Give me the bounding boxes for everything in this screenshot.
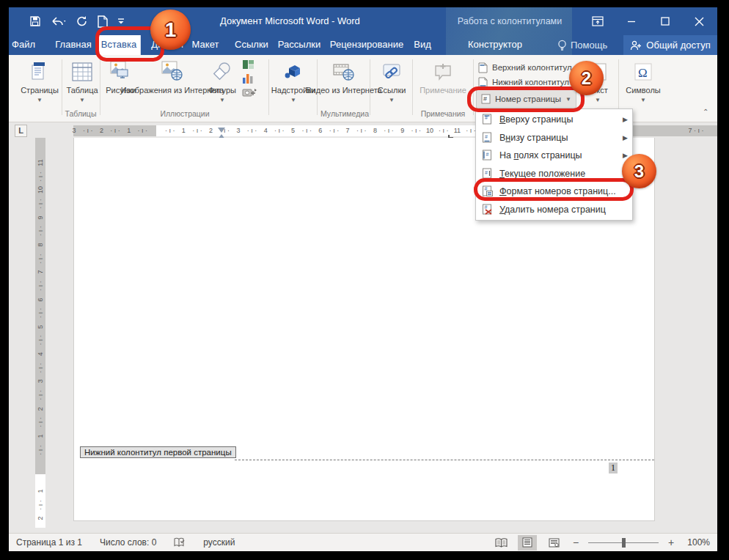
spellcheck-icon[interactable] <box>174 537 186 548</box>
tell-me-help[interactable]: Помощь <box>557 35 607 55</box>
pages-button[interactable]: Страницы ▼ <box>18 58 62 105</box>
collapse-ribbon-icon[interactable]: ⌃ <box>703 108 708 116</box>
tab-ссылки[interactable]: Ссылки <box>230 35 273 55</box>
close-icon[interactable] <box>682 7 716 35</box>
ruler-tick: 6 <box>318 125 322 136</box>
footer-region-tag: Нижний колонтитул первой страницы <box>80 446 236 458</box>
svg-text:#: # <box>485 170 488 175</box>
page-number-top-icon: # <box>482 114 493 125</box>
ruler-tick: · ı · <box>247 125 257 136</box>
ruler-tick: 3 <box>236 125 240 136</box>
links-button[interactable]: Ссылки ▼ <box>374 58 409 105</box>
step-1-badge: 1 <box>150 10 191 50</box>
ruler-tick: · ı · <box>329 125 340 136</box>
ruler-tick: 2 <box>35 513 45 523</box>
ruler-tick: · ı · <box>35 445 45 455</box>
word-count-status[interactable]: Число слов: 0 <box>100 537 156 548</box>
ruler-tick: 8 <box>35 240 45 250</box>
tab-вид[interactable]: Вид <box>409 35 436 55</box>
tab-макет[interactable]: Макет <box>188 35 224 55</box>
ruler-tick: · ı · <box>35 254 45 264</box>
comment-icon <box>433 58 453 81</box>
tab-конструктор[interactable]: Конструктор <box>464 35 527 55</box>
ruler-tick: 7 <box>35 267 45 277</box>
first-line-indent-marker[interactable] <box>218 128 225 133</box>
ruler-tick: · ı · <box>411 125 422 136</box>
menu-item-label: Внизу страницы <box>499 133 616 143</box>
menu-item-remove-page-numbers[interactable]: #Удалить номера страниц <box>476 201 632 219</box>
smartart-icon[interactable] <box>242 59 257 70</box>
screenshot-icon[interactable] <box>242 87 257 97</box>
menu-item-page-number-bottom[interactable]: #Внизу страницы▶ <box>476 129 632 147</box>
shapes-button[interactable]: Фигуры ▼ <box>205 58 239 105</box>
online-pictures-icon <box>161 58 183 81</box>
addins-icon <box>284 58 303 81</box>
ruler-tick: · ı · <box>83 125 93 136</box>
vertical-ruler[interactable]: 11· ı ·10· ı ·9· ı ·8· ı ·7· ı ·6· ı ·5·… <box>35 138 45 528</box>
ruler-tick: 2 <box>100 125 103 136</box>
symbols-button[interactable]: Ω Символы ▼ <box>625 58 662 105</box>
page-count-status[interactable]: Страница 1 из 1 <box>16 537 82 548</box>
comment-button[interactable]: Примечание <box>417 58 469 95</box>
svg-text:#: # <box>486 152 489 157</box>
menu-item-label: Вверху страницы <box>499 114 616 125</box>
customize-quick-access-icon[interactable] <box>117 17 125 26</box>
menu-item-label: Текущее положение <box>499 169 628 179</box>
ruler-tick: · ı · <box>35 281 45 291</box>
tab-selector-button[interactable]: L <box>15 125 27 137</box>
ruler-tick: 6 <box>35 295 45 305</box>
illustrations-mini-buttons <box>242 59 257 97</box>
header-icon <box>478 62 488 73</box>
ruler-tick: · ı · <box>35 226 45 236</box>
addins-button[interactable]: Надстройки ▼ <box>271 58 315 105</box>
ruler-tick: 1 <box>35 486 45 496</box>
menu-item-page-number-margin[interactable]: #На полях страницы▶ <box>476 147 632 165</box>
ruler-tick: · ı · <box>35 335 45 345</box>
ruler-tick: 4 <box>35 349 45 359</box>
share-button[interactable]: Общий доступ <box>623 35 717 55</box>
add-person-icon <box>630 40 642 51</box>
print-layout-view-button[interactable] <box>518 535 537 550</box>
zoom-in-button[interactable]: + <box>666 537 676 548</box>
remove-page-numbers-icon: # <box>482 204 493 215</box>
zoom-slider[interactable] <box>588 535 659 550</box>
ruler-tick: · ı · <box>35 363 45 373</box>
tab-главная[interactable]: Главная <box>51 35 95 55</box>
online-video-button[interactable]: Видео из Интернета <box>321 58 367 95</box>
media-group-label: Мультимедиа <box>320 109 369 118</box>
chart-icon[interactable] <box>242 73 257 84</box>
redo-icon[interactable] <box>76 15 88 27</box>
illustrations-group-label: Иллюстрации <box>160 109 209 118</box>
minimize-icon[interactable] <box>615 7 648 35</box>
word-window: Документ Microsoft Word - Word Работа с … <box>9 7 717 551</box>
tab-file[interactable]: Файл <box>9 35 40 55</box>
tab-рассылки[interactable]: Рассылки <box>274 35 325 55</box>
tab-рецензирование[interactable]: Рецензирование <box>326 35 408 55</box>
ruler-tick: · ı · <box>165 125 175 136</box>
ruler-tick: 11 <box>454 125 461 136</box>
zoom-slider-handle[interactable] <box>622 538 626 548</box>
menu-item-page-number-top[interactable]: #Вверху страницы▶ <box>476 111 632 129</box>
zoom-level[interactable]: 100% <box>684 537 710 548</box>
ribbon-display-options-icon[interactable] <box>581 7 615 35</box>
svg-text:Ω: Ω <box>638 66 648 80</box>
ruler-tick: · ı · <box>274 125 285 136</box>
new-document-icon[interactable] <box>98 15 108 28</box>
read-mode-view-button[interactable] <box>491 535 510 550</box>
language-status[interactable]: русский <box>203 537 235 548</box>
page-number-field[interactable]: 1 <box>609 463 618 474</box>
table-button[interactable]: Таблица ▼ <box>66 58 98 105</box>
ruler-tick: · ı · <box>384 125 394 136</box>
ruler-tick: 4 <box>264 125 268 136</box>
maximize-icon[interactable] <box>648 7 682 35</box>
page-number-menu: #Вверху страницы▶#Внизу страницы▶#На пол… <box>475 108 633 221</box>
online-pictures-button[interactable]: Изображения из Интернета <box>141 58 204 95</box>
tables-group-label: Таблицы <box>65 109 97 118</box>
help-label: Помощь <box>571 40 607 51</box>
ruler-tick: 1 <box>35 431 45 441</box>
zoom-out-button[interactable]: − <box>571 537 581 548</box>
save-icon[interactable] <box>29 15 41 27</box>
web-layout-view-button[interactable] <box>544 535 563 550</box>
header-button[interactable]: Верхний колонтитул <box>478 61 572 74</box>
undo-icon[interactable] <box>51 16 67 26</box>
